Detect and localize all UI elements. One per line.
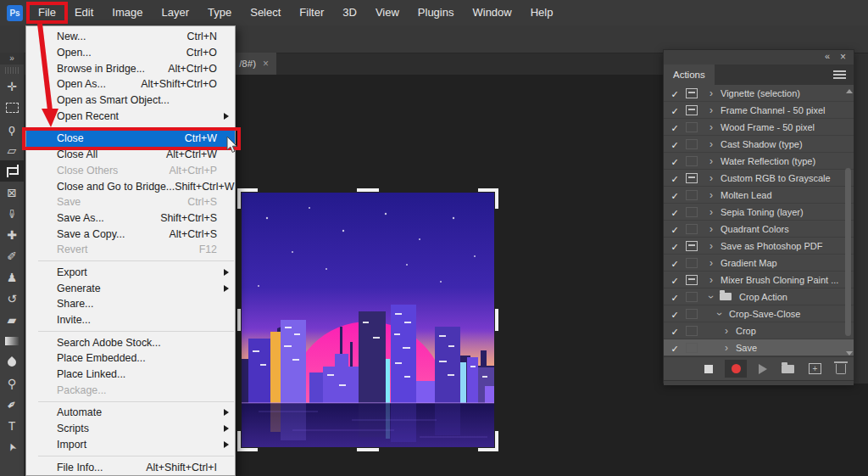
action-row[interactable]: › Save as Photoshop PDF	[664, 238, 854, 255]
dialog-toggle-icon[interactable]	[686, 275, 698, 285]
action-row[interactable]: › Sepia Toning (layer)	[664, 204, 854, 221]
expand-chevron-icon[interactable]: ›	[709, 189, 713, 201]
action-row[interactable]: › Save	[664, 339, 854, 356]
crop-handle-top[interactable]	[357, 188, 379, 192]
dialog-toggle-icon[interactable]	[686, 207, 698, 217]
check-icon[interactable]	[669, 221, 681, 237]
eyedropper-tool[interactable]: ✑	[0, 203, 24, 224]
check-icon[interactable]	[669, 86, 681, 101]
expand-chevron-icon[interactable]: ›	[725, 342, 728, 354]
marquee-tool[interactable]	[0, 97, 24, 118]
check-icon[interactable]	[669, 289, 681, 305]
action-row[interactable]: › Vignette (selection)	[664, 85, 854, 102]
crop-tool[interactable]	[0, 160, 24, 182]
menubar-item[interactable]: 3D	[333, 0, 366, 25]
file-menu-item[interactable]: Invite...	[26, 312, 235, 328]
tab-actions[interactable]: Actions	[664, 64, 715, 85]
expand-chevron-icon[interactable]: ›	[714, 312, 726, 316]
file-menu-item[interactable]: Generate	[26, 280, 235, 296]
check-icon[interactable]	[669, 340, 681, 356]
dialog-toggle-icon[interactable]	[686, 190, 698, 200]
new-action-button[interactable]: +	[809, 363, 821, 374]
action-row[interactable]: › Crop-Save-Close	[664, 305, 854, 322]
action-row[interactable]: › Quadrant Colors	[664, 221, 854, 238]
file-menu-item[interactable]: Search Adobe Stock...	[26, 334, 235, 350]
crop-handle-left[interactable]	[237, 309, 241, 331]
blur-tool[interactable]	[0, 351, 24, 372]
photoshop-logo[interactable]: Ps	[7, 5, 23, 21]
expand-chevron-icon[interactable]: ›	[709, 138, 713, 150]
lasso-tool[interactable]: ϙ	[0, 118, 24, 139]
panel-menu-icon[interactable]	[833, 70, 846, 79]
dialog-toggle-icon[interactable]	[686, 139, 698, 149]
menubar-item[interactable]: Image	[103, 0, 152, 25]
delete-button[interactable]	[836, 364, 846, 374]
dialog-toggle-icon[interactable]	[686, 258, 698, 268]
canvas-image[interactable]	[242, 193, 494, 447]
dialog-toggle-icon[interactable]	[686, 173, 698, 183]
menubar-item[interactable]: Layer	[153, 0, 199, 25]
file-menu-item[interactable]: Browse in Bridge... Alt+Ctrl+O	[26, 60, 235, 76]
dialog-toggle-icon[interactable]	[686, 122, 698, 132]
expand-chevron-icon[interactable]: ›	[725, 325, 728, 337]
menubar-item[interactable]: View	[366, 0, 409, 25]
file-menu-item[interactable]: Open As... Alt+Shift+Ctrl+O	[26, 76, 235, 92]
healing-brush-tool[interactable]: ✚	[0, 224, 24, 245]
crop-handle-bottom-left[interactable]	[237, 431, 258, 451]
action-row[interactable]: › Molten Lead	[664, 187, 854, 204]
expand-chevron-icon[interactable]: ›	[709, 274, 713, 286]
stop-button[interactable]	[704, 365, 713, 373]
file-menu-item[interactable]: Open... Ctrl+O	[26, 45, 235, 61]
gradient-tool[interactable]	[0, 330, 24, 351]
panel-resize-grip[interactable]	[664, 380, 854, 385]
file-menu-item[interactable]: Scripts	[26, 421, 235, 437]
pen-tool[interactable]: ✒	[0, 394, 24, 415]
expand-chevron-icon[interactable]: ›	[709, 240, 713, 252]
expand-chevron-icon[interactable]: ›	[709, 206, 713, 218]
menubar-item[interactable]: Type	[198, 0, 241, 25]
tab-close-icon[interactable]: ×	[263, 58, 269, 70]
file-menu-item[interactable]: Import	[26, 437, 235, 453]
check-icon[interactable]	[669, 103, 681, 118]
menubar-item[interactable]: Edit	[65, 0, 103, 25]
crop-handle-right[interactable]	[495, 309, 498, 331]
action-row[interactable]: › Gradient Map	[664, 255, 854, 272]
menubar-item[interactable]: File	[29, 0, 65, 25]
dodge-tool[interactable]: ⚲	[0, 372, 24, 394]
dialog-toggle-icon[interactable]	[686, 88, 698, 98]
action-row[interactable]: › Frame Channel - 50 pixel	[664, 102, 854, 119]
action-row[interactable]: › Water Reflection (type)	[664, 153, 854, 170]
history-brush-tool[interactable]: ↺	[0, 288, 24, 309]
scroll-up-icon[interactable]	[846, 89, 853, 93]
expand-chevron-icon[interactable]: ›	[709, 121, 713, 133]
expand-chevron-icon[interactable]: ›	[709, 104, 713, 116]
check-icon[interactable]	[669, 188, 681, 203]
file-menu-item[interactable]: Automate	[26, 405, 235, 421]
file-menu-item[interactable]: Package...	[26, 382, 235, 398]
slice-tool[interactable]: ⊠	[0, 182, 24, 203]
expand-chevron-icon[interactable]: ›	[709, 223, 713, 235]
action-row[interactable]: › Crop Action	[664, 288, 854, 305]
check-icon[interactable]	[669, 255, 681, 271]
file-menu-item[interactable]: Close and Go to Bridge... Shift+Ctrl+W	[26, 178, 235, 194]
file-menu-item[interactable]	[26, 124, 235, 131]
file-menu-item[interactable]: Open as Smart Object...	[26, 92, 235, 109]
file-menu-item[interactable]: Save As... Shift+Ctrl+S	[26, 210, 235, 227]
scroll-down-icon[interactable]	[846, 351, 853, 356]
file-menu-item[interactable]: Place Linked...	[26, 367, 235, 383]
dialog-toggle-icon[interactable]	[686, 292, 698, 302]
move-tool[interactable]: ✛	[0, 76, 24, 97]
file-menu-item[interactable]	[26, 258, 235, 265]
check-icon[interactable]	[669, 137, 681, 152]
file-menu-item[interactable]: Share...	[26, 296, 235, 312]
file-menu-item[interactable]: Close Others Alt+Ctrl+P	[26, 163, 235, 179]
toolbar-collapse-icon[interactable]: »	[0, 53, 24, 64]
dialog-toggle-icon[interactable]	[686, 309, 698, 319]
file-menu-item[interactable]: Open Recent	[26, 108, 235, 124]
menubar-item[interactable]: Plugins	[409, 0, 464, 25]
type-tool[interactable]: T	[0, 415, 24, 436]
new-set-button[interactable]	[782, 365, 794, 373]
dialog-toggle-icon[interactable]	[686, 224, 698, 234]
file-menu-item[interactable]: Save Ctrl+S	[26, 194, 235, 210]
file-menu-item[interactable]	[26, 328, 235, 334]
